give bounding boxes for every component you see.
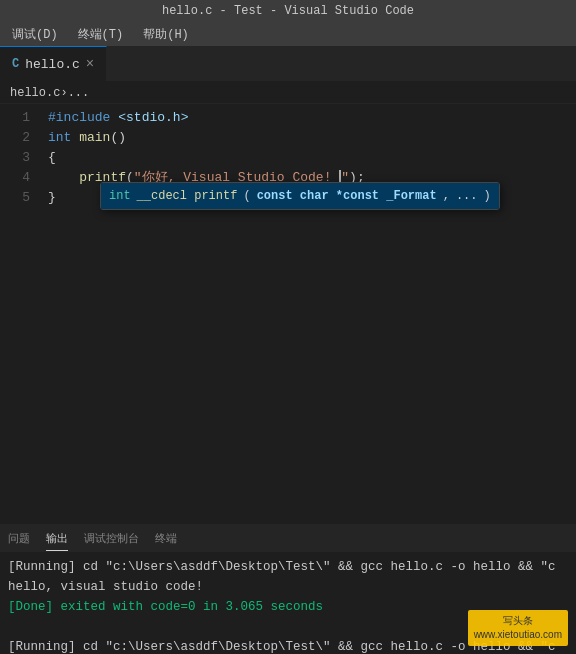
popup-suggestion[interactable]: int __cdecl printf(const char *const _Fo…	[101, 183, 499, 209]
menu-bar: 调试(D) 终端(T) 帮助(H)	[0, 22, 576, 47]
menu-help[interactable]: 帮助(H)	[139, 24, 193, 45]
breadcrumb: hello.c › ...	[0, 82, 576, 104]
autocomplete-popup: int __cdecl printf(const char *const _Fo…	[100, 182, 500, 210]
popup-return-type: int	[109, 185, 131, 207]
code-content[interactable]: #include <stdio.h> int main() { printf("…	[40, 104, 576, 524]
watermark-line2: www.xietoutiao.com	[474, 628, 562, 642]
breadcrumb-rest: ...	[68, 86, 90, 100]
popup-func-name: __cdecl printf	[137, 185, 238, 207]
panel-tab-output[interactable]: 输出	[46, 527, 68, 551]
tab-file-icon: C	[12, 57, 19, 71]
tab-close-button[interactable]: ×	[86, 56, 94, 72]
line-numbers: 1 2 3 4 5	[0, 104, 40, 524]
tab-bar: C hello.c ×	[0, 47, 576, 82]
tab-label: hello.c	[25, 57, 80, 72]
popup-param: const char *const _Format	[257, 185, 437, 207]
code-line-2: int main()	[48, 128, 576, 148]
panel-tab-debug[interactable]: 调试控制台	[84, 527, 139, 550]
breadcrumb-separator: ›	[60, 86, 67, 100]
panel-tab-problems[interactable]: 问题	[8, 527, 30, 550]
menu-debug[interactable]: 调试(D)	[8, 24, 62, 45]
menu-terminal[interactable]: 终端(T)	[74, 24, 128, 45]
panel-tab-bar: 问题 输出 调试控制台 终端	[0, 525, 576, 553]
terminal-line-2: hello, visual studio code!	[8, 577, 568, 597]
code-line-3: {	[48, 148, 576, 168]
editor-area[interactable]: 1 2 3 4 5 #include <stdio.h> int main() …	[0, 104, 576, 524]
terminal-line-1: [Running] cd "c:\Users\asddf\Desktop\Tes…	[8, 557, 568, 577]
watermark: 写头条 www.xietoutiao.com	[468, 610, 568, 646]
title-text: hello.c - Test - Visual Studio Code	[162, 4, 414, 18]
panel-tab-terminal[interactable]: 终端	[155, 527, 177, 550]
title-bar: hello.c - Test - Visual Studio Code	[0, 0, 576, 22]
watermark-line1: 写头条	[474, 614, 562, 628]
code-line-1: #include <stdio.h>	[48, 108, 576, 128]
tab-hello-c[interactable]: C hello.c ×	[0, 46, 107, 81]
breadcrumb-path: hello.c	[10, 86, 60, 100]
